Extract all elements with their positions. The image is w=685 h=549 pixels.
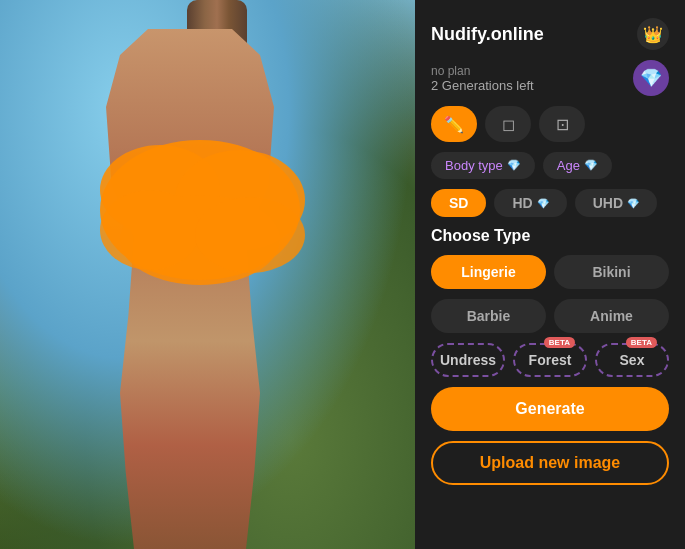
quality-sd-button[interactable]: SD	[431, 189, 486, 217]
type-row-2: Barbie Anime	[431, 299, 669, 333]
lingerie-button[interactable]: Lingerie	[431, 255, 546, 289]
paint-brush-overlay	[80, 120, 320, 300]
hd-diamond-icon: 💎	[537, 198, 549, 209]
barbie-label: Barbie	[467, 308, 511, 324]
bikini-button[interactable]: Bikini	[554, 255, 669, 289]
quality-sd-label: SD	[449, 195, 468, 211]
eraser-tool-button[interactable]: ◻	[485, 106, 531, 142]
forest-button[interactable]: BETA Forest	[513, 343, 587, 377]
photo-background	[0, 0, 415, 549]
body-type-label: Body type	[445, 158, 503, 173]
undress-button[interactable]: Undress	[431, 343, 505, 377]
brush-tool-button[interactable]: ✏️	[431, 106, 477, 142]
gem-icon: 💎	[640, 67, 662, 89]
body-type-button[interactable]: Body type 💎	[431, 152, 535, 179]
body-type-diamond-icon: 💎	[507, 159, 521, 172]
age-button[interactable]: Age 💎	[543, 152, 612, 179]
quality-row: SD HD 💎 UHD 💎	[431, 189, 669, 217]
generate-button[interactable]: Generate	[431, 387, 669, 431]
uhd-diamond-icon: 💎	[627, 198, 639, 209]
svg-point-5	[195, 197, 305, 273]
sex-beta-badge: BETA	[626, 337, 657, 348]
forest-label: Forest	[529, 352, 572, 368]
app-title: Nudify.online	[431, 24, 544, 45]
choose-type-label: Choose Type	[431, 227, 669, 245]
plan-row: no plan 2 Generations left 💎	[431, 60, 669, 96]
crown-button[interactable]: 👑	[637, 18, 669, 50]
gem-button[interactable]: 💎	[633, 60, 669, 96]
svg-point-4	[100, 190, 200, 270]
quality-hd-button[interactable]: HD 💎	[494, 189, 566, 217]
generations-left: 2 Generations left	[431, 78, 534, 93]
anime-button[interactable]: Anime	[554, 299, 669, 333]
plan-info: no plan 2 Generations left	[431, 64, 534, 93]
type-row-1: Lingerie Bikini	[431, 255, 669, 289]
age-diamond-icon: 💎	[584, 159, 598, 172]
crop-tool-button[interactable]: ⊡	[539, 106, 585, 142]
header-row: Nudify.online 👑	[431, 18, 669, 50]
quality-uhd-label: UHD	[593, 195, 623, 211]
type-row-3: Undress BETA Forest BETA Sex	[431, 343, 669, 377]
lingerie-label: Lingerie	[461, 264, 515, 280]
sex-button[interactable]: BETA Sex	[595, 343, 669, 377]
quality-uhd-button[interactable]: UHD 💎	[575, 189, 657, 217]
no-plan-label: no plan	[431, 64, 534, 78]
quality-hd-label: HD	[512, 195, 532, 211]
upload-button[interactable]: Upload new image	[431, 441, 669, 485]
age-label: Age	[557, 158, 580, 173]
anime-label: Anime	[590, 308, 633, 324]
tool-row: ✏️ ◻ ⊡	[431, 106, 669, 142]
forest-beta-badge: BETA	[544, 337, 575, 348]
right-panel: Nudify.online 👑 no plan 2 Generations le…	[415, 0, 685, 549]
barbie-button[interactable]: Barbie	[431, 299, 546, 333]
options-row: Body type 💎 Age 💎	[431, 152, 669, 179]
image-panel	[0, 0, 415, 549]
crown-icon: 👑	[643, 25, 663, 44]
sex-label: Sex	[620, 352, 645, 368]
undress-label: Undress	[440, 352, 496, 368]
bikini-label: Bikini	[592, 264, 630, 280]
